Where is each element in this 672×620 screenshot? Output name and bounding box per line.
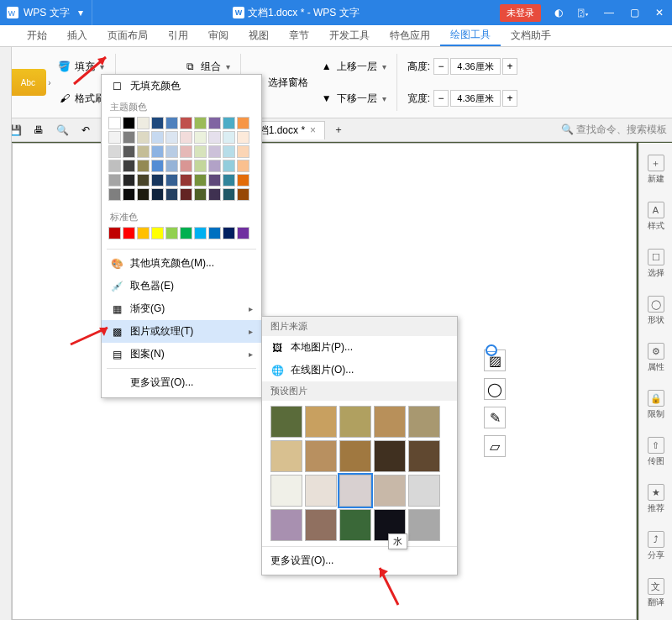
color-swatch[interactable] [237,174,249,187]
sp-shape[interactable]: ◯形状 [648,296,664,326]
color-swatch[interactable] [237,160,249,172]
color-swatch[interactable] [223,227,235,239]
color-swatch[interactable] [108,188,121,201]
color-swatch[interactable] [123,174,135,187]
color-swatch[interactable] [108,160,121,172]
color-swatch[interactable] [137,117,150,129]
color-swatch[interactable] [208,145,221,158]
color-swatch[interactable] [223,160,235,172]
width-dec[interactable]: − [433,90,449,107]
color-swatch[interactable] [137,160,150,172]
texture-swatch[interactable] [305,509,337,541]
color-swatch[interactable] [237,131,249,144]
sp-new[interactable]: ＋新建 [648,155,664,185]
height-input[interactable] [450,58,501,75]
tab-refs[interactable]: 引用 [158,25,198,46]
color-swatch[interactable] [194,174,207,187]
color-swatch[interactable] [237,145,249,158]
color-swatch[interactable] [194,160,207,172]
submenu-more-settings[interactable]: 更多设置(O)... [262,546,457,575]
login-badge[interactable]: 未登录 [500,4,541,22]
color-swatch[interactable] [123,188,135,201]
color-swatch[interactable] [223,145,235,158]
color-swatch[interactable] [108,117,121,129]
qt-outline[interactable]: ◯ [484,378,506,400]
color-swatch[interactable] [151,174,164,187]
color-swatch[interactable] [137,227,150,239]
color-swatch[interactable] [165,131,178,144]
color-swatch[interactable] [123,131,135,144]
color-swatch[interactable] [208,117,221,129]
color-swatch[interactable] [223,174,235,187]
color-swatch[interactable] [151,160,164,172]
sp-limit[interactable]: 🔒限制 [648,390,664,420]
color-swatch[interactable] [194,188,207,201]
color-swatch[interactable] [151,131,164,144]
color-swatch[interactable] [194,145,207,158]
menu-more-colors[interactable]: 🎨其他填充颜色(M)... [102,252,261,275]
maximize-button[interactable]: ▢ [622,0,647,25]
close-button[interactable]: ✕ [647,0,672,25]
menu-picture-texture[interactable]: ▩图片或纹理(T)▸ [102,320,261,343]
color-swatch[interactable] [208,227,221,239]
sp-rec[interactable]: ★推荐 [648,484,664,514]
color-swatch[interactable] [208,174,221,187]
qat-undo[interactable]: ↶ [76,122,96,139]
tab-start[interactable]: 开始 [17,25,57,46]
skin-button[interactable]: ◐ [546,0,571,25]
menu-more-settings[interactable]: 更多设置(O)... [102,371,261,394]
qt-text[interactable]: ▱ [484,435,506,457]
menu-pattern[interactable]: ▤图案(N)▸ [102,343,261,365]
color-swatch[interactable] [137,174,150,187]
sp-select[interactable]: ☐选择 [648,249,664,279]
sp-upload[interactable]: ⇧传图 [648,437,664,467]
texture-swatch[interactable] [339,475,371,507]
sp-translate[interactable]: 文翻译 [648,578,664,608]
color-swatch[interactable] [108,227,121,239]
color-swatch[interactable] [151,188,164,201]
tab-special[interactable]: 特色应用 [380,25,440,46]
qat-preview[interactable]: 🔍 [52,122,72,139]
color-swatch[interactable] [123,160,135,172]
tab-doc-assistant[interactable]: 文档助手 [501,25,561,46]
texture-swatch[interactable] [408,406,440,438]
color-swatch[interactable] [108,145,121,158]
color-swatch[interactable] [165,174,178,187]
color-swatch[interactable] [165,227,178,239]
qt-effects[interactable]: ✎ [484,407,506,428]
color-swatch[interactable] [165,117,178,129]
color-swatch[interactable] [108,131,121,144]
height-inc[interactable]: + [502,58,517,75]
color-swatch[interactable] [180,117,192,129]
menu-no-fill[interactable]: ☐无填充颜色 [102,75,261,97]
texture-swatch[interactable] [374,440,406,472]
color-swatch[interactable] [194,117,207,129]
color-swatch[interactable] [223,117,235,129]
color-swatch[interactable] [223,131,235,144]
texture-swatch[interactable] [339,440,371,472]
color-swatch[interactable] [151,145,164,158]
texture-swatch[interactable] [270,509,302,541]
tab-review[interactable]: 审阅 [198,25,239,46]
color-swatch[interactable] [165,160,178,172]
color-swatch[interactable] [123,227,135,239]
local-image-item[interactable]: 🖼本地图片(P)... [262,336,457,359]
color-swatch[interactable] [180,188,192,201]
app-menu[interactable]: W WPS 文字 ▾ [0,0,92,25]
qat-print[interactable]: 🖶 [29,122,49,139]
shape-style-preview[interactable]: Abc [9,69,46,96]
texture-swatch[interactable] [374,475,406,507]
texture-swatch[interactable] [270,406,302,438]
texture-swatch[interactable] [305,406,337,438]
width-inc[interactable]: + [502,90,517,107]
tab-sections[interactable]: 章节 [279,25,319,46]
color-swatch[interactable] [137,145,150,158]
texture-swatch[interactable] [408,509,440,541]
color-swatch[interactable] [165,145,178,158]
send-backward-button[interactable]: ▼下移一层▾ [315,90,391,108]
color-swatch[interactable] [208,160,221,172]
color-swatch[interactable] [165,188,178,201]
tab-draw-tools[interactable]: 绘图工具 [440,25,501,46]
color-swatch[interactable] [180,174,192,187]
color-swatch[interactable] [137,188,150,201]
